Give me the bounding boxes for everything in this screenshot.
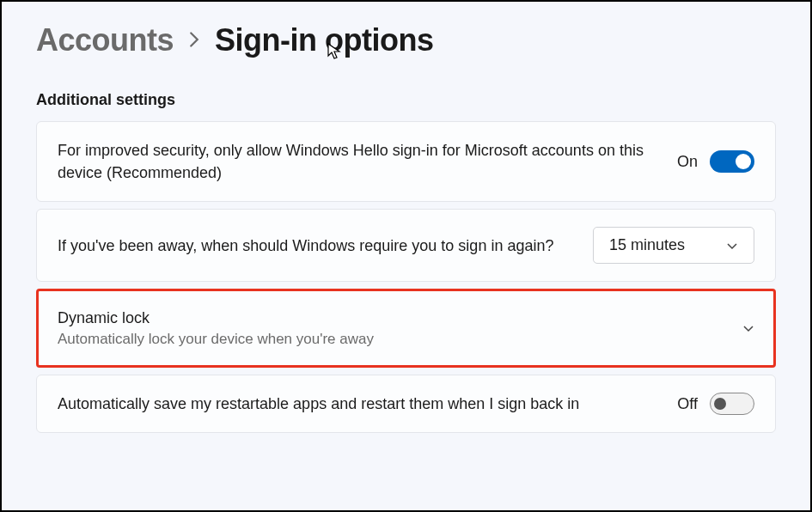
setting-card-windows-hello: For improved security, only allow Window… (36, 121, 776, 202)
dropdown-value: 15 minutes (609, 236, 685, 254)
toggle-switch-restart-apps[interactable] (710, 393, 754, 415)
setting-title: Dynamic lock (58, 307, 374, 329)
toggle-switch-hello[interactable] (710, 150, 754, 173)
toggle-label: Off (677, 395, 698, 413)
setting-card-signin-timeout: If you've been away, when should Windows… (36, 209, 776, 282)
breadcrumb: Accounts Sign-in options (36, 22, 776, 58)
page-title: Sign-in options (215, 22, 433, 58)
setting-subtitle: Automatically lock your device when you'… (58, 329, 374, 350)
toggle-group: On (677, 150, 754, 173)
toggle-group: Off (677, 393, 754, 415)
chevron-right-icon (187, 27, 201, 54)
setting-card-restart-apps: Automatically save my restartable apps a… (36, 375, 776, 433)
toggle-label: On (677, 153, 698, 171)
setting-description: Automatically save my restartable apps a… (58, 393, 651, 415)
setting-card-dynamic-lock[interactable]: Dynamic lock Automatically lock your dev… (36, 289, 776, 368)
setting-description: If you've been away, when should Windows… (58, 235, 567, 257)
breadcrumb-parent[interactable]: Accounts (36, 22, 174, 58)
section-header-additional-settings: Additional settings (36, 91, 776, 109)
toggle-knob (714, 398, 726, 410)
setting-description: For improved security, only allow Window… (58, 139, 651, 184)
chevron-down-icon (726, 240, 738, 252)
toggle-knob (736, 154, 751, 169)
setting-text-group: Dynamic lock Automatically lock your dev… (58, 307, 374, 350)
chevron-down-icon (742, 322, 754, 334)
timeout-dropdown[interactable]: 15 minutes (593, 227, 754, 264)
